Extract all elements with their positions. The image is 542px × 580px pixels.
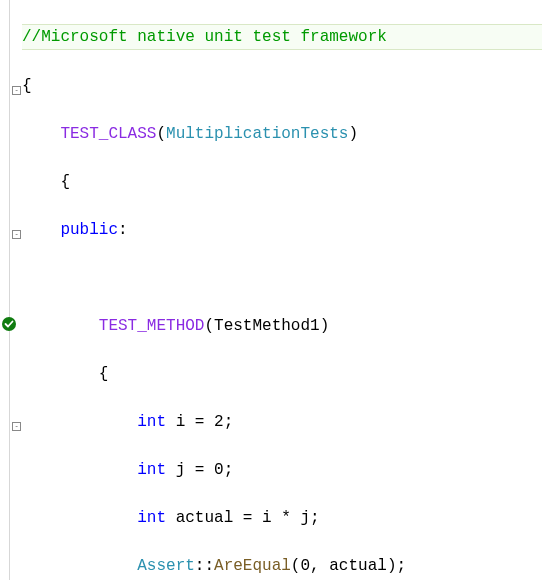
code-editor[interactable]: - - - //Microsoft native unit test frame… xyxy=(0,0,542,580)
method-name: TestMethod1 xyxy=(214,317,320,335)
class-name: MultiplicationTests xyxy=(166,125,348,143)
access-specifier: public xyxy=(60,221,118,239)
brace-open: { xyxy=(22,77,32,95)
brace-open: { xyxy=(60,173,70,191)
comment-text: //Microsoft native unit test framework xyxy=(22,28,387,46)
outline-gutter[interactable]: - - - xyxy=(10,0,20,580)
margin-gutter xyxy=(0,0,10,580)
svg-point-0 xyxy=(2,317,16,331)
macro-test-class: TEST_CLASS xyxy=(60,125,156,143)
macro-test-method: TEST_METHOD xyxy=(99,317,205,335)
test-pass-icon xyxy=(2,317,16,331)
code-area[interactable]: //Microsoft native unit test framework {… xyxy=(20,0,542,580)
